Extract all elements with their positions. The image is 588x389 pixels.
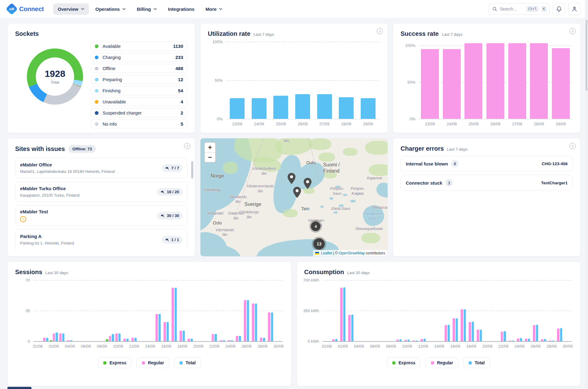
site-row[interactable]: eMabler Test!30 / 30 — [15, 205, 187, 226]
map-water-shape — [339, 204, 343, 207]
site-count-value: 16 / 20 — [167, 190, 179, 194]
map-zoom-in-button[interactable]: + — [205, 143, 215, 152]
bar-group — [236, 336, 241, 341]
nav-item-label: Billing — [137, 6, 151, 12]
legend-pill-regular[interactable]: Regular — [426, 358, 458, 368]
leaflet-link[interactable]: Leaflet — [321, 251, 332, 255]
search-input[interactable]: Search... Ctrl K — [489, 3, 550, 15]
bar — [191, 339, 193, 341]
bar — [397, 340, 399, 341]
map-cluster-marker[interactable]: 4 — [311, 221, 321, 231]
error-count-badge: 4 — [451, 160, 459, 167]
legend-pill-regular[interactable]: Regular — [136, 358, 169, 368]
map-marker-pin[interactable] — [288, 173, 296, 185]
map-zoom-out-button[interactable]: − — [205, 152, 215, 162]
bar — [106, 339, 108, 341]
nav-item-more[interactable]: More — [201, 3, 227, 15]
bar-group — [260, 338, 265, 341]
legend-label: Suspended charger — [103, 111, 142, 115]
x-axis-label: 22/09 — [209, 344, 220, 349]
bar — [557, 328, 560, 341]
bell-icon — [556, 6, 562, 12]
x-axis-label: 25/09 — [468, 122, 479, 126]
bar — [443, 49, 461, 119]
bar-group — [220, 340, 225, 341]
legend-pill-total[interactable]: Total — [174, 358, 201, 368]
bar — [236, 336, 238, 341]
nav-item-billing[interactable]: Billing — [132, 3, 162, 15]
bar — [508, 43, 526, 119]
legend-value: 54 — [178, 88, 183, 93]
row-issues: Sites with issues Offline: 73 i eMabler … — [7, 138, 581, 257]
x-axis-label: 28/09 — [258, 344, 268, 349]
site-socket-count: 7 / 7 — [162, 164, 183, 172]
scrollbar-thumb[interactable] — [586, 20, 587, 91]
bar — [413, 341, 415, 341]
bar — [263, 338, 265, 341]
bar — [70, 340, 73, 341]
error-charger-code: TestCharger1 — [541, 181, 568, 185]
osm-link[interactable]: OpenStreetMap — [339, 251, 365, 255]
bar — [552, 341, 554, 341]
bar-group — [268, 312, 273, 341]
map[interactable]: + − Leaflet | © OpenStreetMap contributo… — [200, 138, 388, 256]
gridline — [226, 42, 379, 42]
sockets-donut-chart: 1928 Total — [27, 48, 83, 105]
consumption-subtitle: Last 30 days — [347, 270, 370, 275]
error-row[interactable]: Connector stuck1TestCharger1 — [401, 175, 573, 190]
bar-group — [244, 300, 249, 341]
site-row[interactable]: eMabler OfficeMaria01, Lapinlahdenkatu 1… — [15, 158, 187, 178]
page-scrollbar[interactable] — [585, 0, 588, 389]
map-forest-shape — [369, 164, 388, 176]
sessions-card: Sessions Last 30 days 7035031/0802/0904/… — [7, 261, 292, 386]
bar-group — [533, 325, 538, 341]
map-place-label: Västerbottens län — [252, 166, 276, 176]
legend-pill-express[interactable]: Express — [387, 358, 420, 368]
bar-group — [106, 334, 114, 341]
bar — [464, 309, 466, 341]
x-axis-label: 22/09 — [498, 344, 509, 349]
x-axis-label: 12/09 — [418, 344, 428, 349]
notifications-button[interactable] — [553, 3, 565, 15]
map-marker-pin[interactable] — [293, 187, 301, 199]
nav-item-operations[interactable]: Operations — [91, 3, 130, 15]
bar — [43, 338, 46, 341]
map-cluster-marker[interactable]: 13 — [313, 238, 325, 249]
site-row[interactable]: eMabler Turku OfficeKauppatori, 20100 Tu… — [15, 182, 187, 202]
y-axis-label: 0 kWh — [308, 339, 319, 344]
nav-item-label: Integrations — [168, 6, 195, 12]
x-axis-label: 27/09 — [319, 122, 330, 126]
map-place-label: Etelä-Savo — [331, 207, 350, 211]
x-axis-label: 08/09 — [386, 344, 396, 349]
bar — [109, 336, 111, 341]
bar — [472, 322, 474, 341]
site-row[interactable]: Parking AParking lot 1, Helsinki, Finlan… — [15, 229, 187, 249]
info-icon[interactable]: i — [569, 143, 576, 149]
bar — [486, 43, 504, 119]
consumption-title: Consumption — [304, 269, 344, 276]
account-button[interactable] — [568, 3, 581, 15]
nav-item-integrations[interactable]: Integrations — [163, 3, 199, 15]
list-scrollbar[interactable] — [191, 161, 193, 178]
info-icon[interactable]: i — [377, 28, 383, 34]
brand-logo[interactable]: eM Connect — [7, 5, 44, 13]
warning-icon: ! — [20, 216, 26, 222]
error-label: Connector stuck — [406, 180, 442, 186]
info-icon[interactable]: i — [569, 28, 576, 34]
info-icon[interactable]: i — [184, 143, 190, 149]
legend-pill-express[interactable]: Express — [98, 358, 131, 368]
shortcut-ctrl-key: Ctrl — [526, 6, 539, 12]
row-status: Sockets 1928 Total Available1130Charging… — [7, 23, 581, 133]
legend-value: 5 — [181, 121, 183, 127]
bar-group — [469, 322, 474, 341]
nav-item-label: Overview — [58, 6, 78, 12]
nav-item-overview[interactable]: Overview — [53, 3, 89, 15]
map-marker-pin[interactable] — [304, 178, 312, 190]
legend-row: Available1130 — [90, 42, 187, 51]
legend-pill-total[interactable]: Total — [463, 358, 490, 368]
bar — [62, 333, 65, 341]
row-usage: Sessions Last 30 days 7035031/0802/0904/… — [7, 261, 581, 386]
bar-group — [501, 331, 506, 341]
error-row[interactable]: Internal fuse blown4CHG-123-456 — [401, 156, 573, 171]
search-placeholder: Search... — [500, 6, 524, 11]
